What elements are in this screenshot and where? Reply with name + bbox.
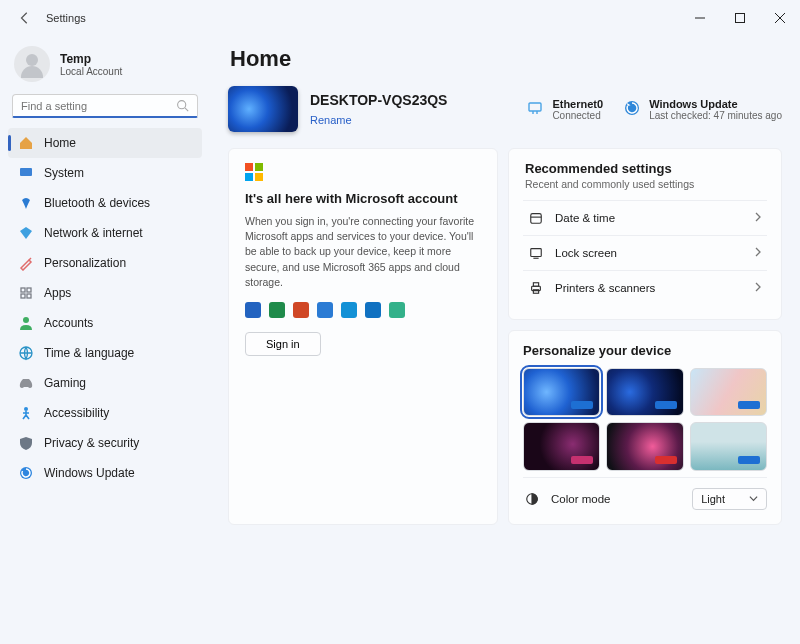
svg-line-5 <box>185 108 188 111</box>
network-subtitle: Connected <box>552 110 603 121</box>
sidebar-item-privacy-security[interactable]: Privacy & security <box>8 428 202 458</box>
personalize-card: Personalize your device <box>508 330 782 525</box>
sidebar-item-apps[interactable]: Apps <box>8 278 202 308</box>
excel-icon <box>269 302 285 318</box>
device-header: DESKTOP-VQS23QS Rename Ethernet0 Connect… <box>228 86 782 132</box>
sidebar-item-icon <box>18 345 34 361</box>
sidebar-item-network-internet[interactable]: Network & internet <box>8 218 202 248</box>
personalize-title: Personalize your device <box>523 343 767 358</box>
theme-option-6[interactable] <box>690 422 767 470</box>
sign-in-button[interactable]: Sign in <box>245 332 321 356</box>
theme-grid <box>523 368 767 471</box>
recommended-item-label: Date & time <box>555 212 615 224</box>
theme-option-1[interactable] <box>523 368 600 416</box>
nav-list: HomeSystemBluetooth & devicesNetwork & i… <box>6 128 204 488</box>
sidebar-item-label: Accessibility <box>44 406 109 420</box>
sidebar-item-label: System <box>44 166 84 180</box>
maximize-button[interactable] <box>720 3 760 33</box>
printer-icon <box>527 281 545 295</box>
network-status[interactable]: Ethernet0 Connected <box>526 98 603 121</box>
user-name: Temp <box>60 52 122 66</box>
sidebar-item-label: Apps <box>44 286 71 300</box>
sidebar-item-time-language[interactable]: Time & language <box>8 338 202 368</box>
svg-point-11 <box>23 317 29 323</box>
close-button[interactable] <box>760 3 800 33</box>
sidebar-item-bluetooth-devices[interactable]: Bluetooth & devices <box>8 188 202 218</box>
sidebar-item-accounts[interactable]: Accounts <box>8 308 202 338</box>
sidebar-item-icon <box>18 375 34 391</box>
svg-rect-15 <box>529 103 541 111</box>
sidebar-item-accessibility[interactable]: Accessibility <box>8 398 202 428</box>
update-status[interactable]: Windows Update Last checked: 47 minutes … <box>623 98 782 121</box>
search-input[interactable] <box>21 100 176 112</box>
chevron-right-icon <box>753 212 763 224</box>
sidebar-item-label: Home <box>44 136 76 150</box>
sidebar-item-icon <box>18 465 34 481</box>
device-thumbnail[interactable] <box>228 86 298 132</box>
svg-rect-25 <box>533 290 538 294</box>
clock-icon <box>527 211 545 225</box>
titlebar: Settings <box>0 0 800 36</box>
svg-rect-9 <box>21 294 25 298</box>
svg-rect-10 <box>27 294 31 298</box>
back-button[interactable] <box>10 3 40 33</box>
recommended-title: Recommended settings <box>525 161 765 176</box>
svg-rect-24 <box>533 283 538 287</box>
sidebar-item-icon <box>18 165 34 181</box>
sidebar: Temp Local Account HomeSystemBluetooth &… <box>0 36 210 644</box>
sidebar-item-label: Privacy & security <box>44 436 139 450</box>
rename-link[interactable]: Rename <box>310 114 447 126</box>
windows-update-icon <box>623 99 641 117</box>
search-box[interactable] <box>12 94 198 118</box>
sidebar-item-label: Personalization <box>44 256 126 270</box>
sidebar-item-icon <box>18 315 34 331</box>
sidebar-item-label: Windows Update <box>44 466 135 480</box>
theme-option-5[interactable] <box>606 422 683 470</box>
theme-option-4[interactable] <box>523 422 600 470</box>
search-icon <box>176 99 189 112</box>
update-title: Windows Update <box>649 98 782 110</box>
sidebar-item-windows-update[interactable]: Windows Update <box>8 458 202 488</box>
sidebar-item-label: Gaming <box>44 376 86 390</box>
window-controls <box>680 3 800 33</box>
svg-rect-21 <box>531 249 542 257</box>
ms-app-icons <box>245 302 481 318</box>
svg-point-13 <box>24 407 28 411</box>
sidebar-item-system[interactable]: System <box>8 158 202 188</box>
sidebar-item-label: Time & language <box>44 346 134 360</box>
onedrive-icon <box>341 302 357 318</box>
sidebar-item-label: Network & internet <box>44 226 143 240</box>
settings-window: Settings Temp Local Account <box>0 0 800 644</box>
window-title: Settings <box>46 12 86 24</box>
minimize-button[interactable] <box>680 3 720 33</box>
word-icon <box>245 302 261 318</box>
chevron-right-icon <box>753 247 763 259</box>
svg-rect-6 <box>20 168 32 176</box>
chevron-right-icon <box>753 282 763 294</box>
main-content: Home DESKTOP-VQS23QS Rename <box>210 36 800 644</box>
svg-rect-7 <box>21 288 25 292</box>
recommended-item-label: Printers & scanners <box>555 282 655 294</box>
sidebar-item-icon <box>18 195 34 211</box>
chevron-down-icon <box>749 494 758 503</box>
theme-option-3[interactable] <box>690 368 767 416</box>
sidebar-item-icon <box>18 225 34 241</box>
sidebar-item-gaming[interactable]: Gaming <box>8 368 202 398</box>
ms-card-title: It's all here with Microsoft account <box>245 191 481 206</box>
svg-rect-8 <box>27 288 31 292</box>
recommended-item-printers[interactable]: Printers & scanners <box>523 270 767 305</box>
svg-rect-19 <box>531 214 542 224</box>
color-mode-select[interactable]: Light <box>692 488 767 510</box>
sidebar-item-home[interactable]: Home <box>8 128 202 158</box>
recommended-item-date-time[interactable]: Date & time <box>523 200 767 235</box>
recommended-card: Recommended settings Recent and commonly… <box>508 148 782 320</box>
outlook-icon <box>365 302 381 318</box>
sidebar-item-icon <box>18 405 34 421</box>
sidebar-item-personalization[interactable]: Personalization <box>8 248 202 278</box>
recommended-item-lock-screen[interactable]: Lock screen <box>523 235 767 270</box>
user-block[interactable]: Temp Local Account <box>6 40 204 92</box>
ms-card-body: When you sign in, you're connecting your… <box>245 214 481 290</box>
page-title: Home <box>230 46 782 72</box>
theme-option-2[interactable] <box>606 368 683 416</box>
color-mode-icon <box>523 492 541 506</box>
